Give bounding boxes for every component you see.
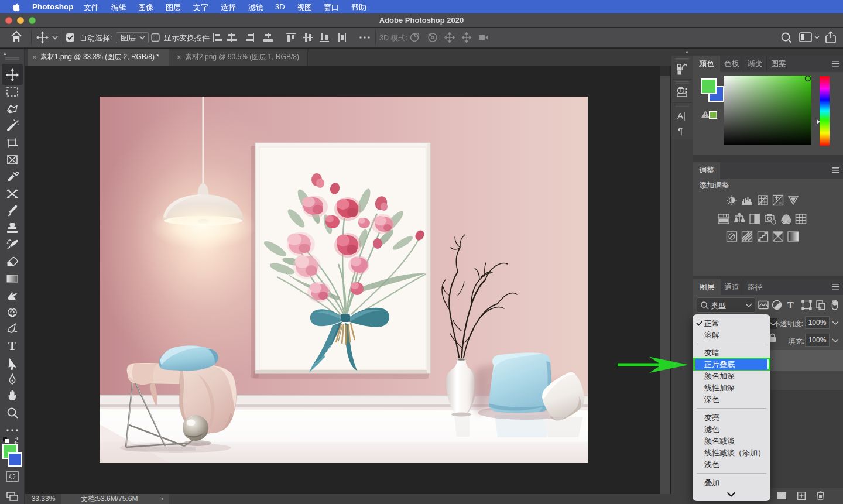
svg-text:T: T <box>8 339 16 353</box>
svg-text:显示变换控件: 显示变换控件 <box>164 33 210 42</box>
svg-text:图层: 图层 <box>121 33 136 42</box>
svg-text:»: » <box>4 50 7 57</box>
svg-text:A|: A| <box>677 111 686 121</box>
svg-text:¶: ¶ <box>678 126 683 136</box>
svg-text:T: T <box>787 300 794 310</box>
svg-text:3D 模式:: 3D 模式: <box>379 34 407 42</box>
svg-text:«: « <box>686 49 688 55</box>
svg-text:自动选择:: 自动选择: <box>80 33 112 42</box>
